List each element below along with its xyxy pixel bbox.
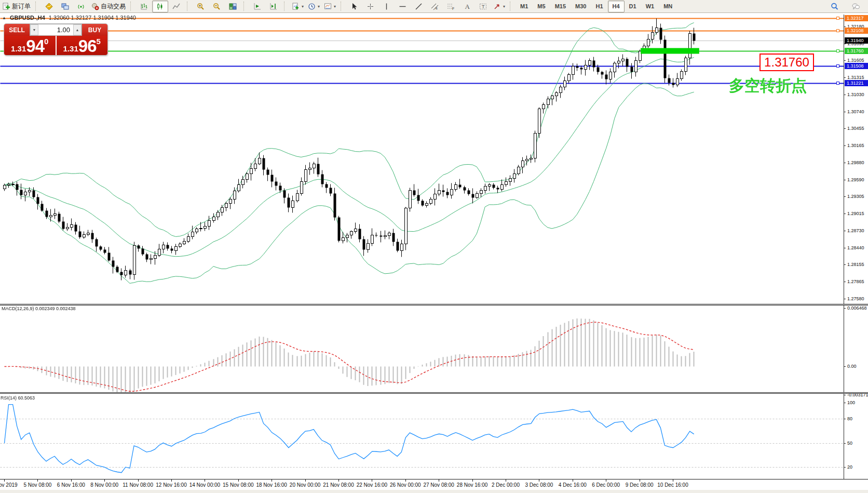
tiles-icon bbox=[229, 3, 237, 10]
panel-divider[interactable] bbox=[0, 304, 868, 305]
tf-m30-button[interactable]: M30 bbox=[571, 1, 591, 12]
date-label: 20 Nov 00:00 bbox=[290, 482, 321, 488]
robot-icon bbox=[91, 3, 99, 10]
chevron-down-icon: ▾ bbox=[334, 4, 336, 9]
periods-button[interactable]: ▾ bbox=[306, 1, 322, 12]
price-tick-label: 1.31605 bbox=[847, 58, 864, 63]
date-label: 14 Nov 00:00 bbox=[189, 482, 221, 488]
arrows-button[interactable]: ▾ bbox=[491, 1, 507, 12]
cursor-button[interactable] bbox=[346, 1, 362, 12]
vline-button[interactable] bbox=[378, 1, 395, 12]
tf-h4-button[interactable]: H4 bbox=[608, 1, 625, 12]
macd-tick-mark bbox=[844, 395, 846, 395]
price-badge: 1.31508 bbox=[845, 63, 868, 69]
toolbar-separator bbox=[130, 2, 134, 11]
tf-m1-button[interactable]: M1 bbox=[516, 1, 533, 12]
one-click-collapse-toggle[interactable]: ▲ bbox=[2, 16, 6, 20]
volume-input[interactable] bbox=[38, 24, 73, 35]
macd-panel-canvas[interactable] bbox=[0, 305, 844, 392]
ask-point: 5 bbox=[97, 37, 101, 46]
toolbar-group bbox=[135, 0, 185, 12]
chevron-down-icon: ▾ bbox=[503, 4, 505, 9]
volume-decrease-button[interactable]: ▼ bbox=[30, 24, 38, 35]
price-tick-mark bbox=[844, 95, 846, 95]
time-axis-line bbox=[0, 479, 868, 479]
main-chart-canvas[interactable] bbox=[0, 15, 844, 304]
price-badge: 1.31221 bbox=[845, 80, 868, 86]
symbol-search-button[interactable] bbox=[826, 1, 843, 12]
toolbar-group: ▾▾▾ bbox=[289, 0, 338, 12]
new-order-icon bbox=[3, 3, 10, 10]
price-tick-label: 1.28730 bbox=[847, 228, 864, 233]
tf-w1-button[interactable]: W1 bbox=[641, 1, 659, 12]
bar-chart-button[interactable] bbox=[136, 1, 152, 12]
profiles-button[interactable] bbox=[57, 1, 73, 12]
trendline-icon bbox=[415, 3, 423, 10]
date-tick-mark bbox=[37, 479, 38, 482]
new-order-button-label: 新订单 bbox=[12, 2, 31, 11]
rsi-panel-canvas[interactable] bbox=[0, 394, 844, 479]
panel-divider[interactable] bbox=[0, 392, 868, 394]
new-chart-button[interactable] bbox=[41, 1, 57, 12]
chart-shift-button[interactable] bbox=[265, 1, 281, 12]
date-label: 18 Nov 16:00 bbox=[256, 482, 287, 488]
rsi-label: RSI(14) 60.5063 bbox=[1, 395, 35, 401]
tf-m5-button[interactable]: M5 bbox=[533, 1, 550, 12]
svg-text:A: A bbox=[465, 3, 470, 10]
trendline-button[interactable] bbox=[411, 1, 427, 12]
candlestick-chart-button[interactable] bbox=[152, 1, 168, 12]
toolbar-group: 新订单 bbox=[0, 0, 33, 12]
hline-button[interactable] bbox=[395, 1, 411, 12]
tf-d1-button[interactable]: D1 bbox=[625, 1, 641, 12]
toolbar-group: 自动交易 bbox=[40, 0, 128, 12]
new-order-button[interactable]: 新订单 bbox=[1, 1, 33, 12]
text-button[interactable]: A bbox=[459, 1, 475, 12]
price-tick-mark bbox=[844, 231, 846, 231]
date-label: 9 Dec 08:00 bbox=[626, 482, 654, 488]
tf-m15-button[interactable]: M15 bbox=[550, 1, 571, 12]
chart-window: ▲ GBPUSD-,H4 1.32060 1.32127 1.31904 1.3… bbox=[0, 13, 868, 493]
zoom-out-button[interactable] bbox=[209, 1, 225, 12]
tf-mn-button[interactable]: MN bbox=[659, 1, 677, 12]
date-label: 4 Dec 16:00 bbox=[559, 482, 587, 488]
candles-icon bbox=[156, 3, 164, 10]
date-tick-mark bbox=[71, 479, 72, 482]
chart-title: ▲ GBPUSD-,H4 1.32060 1.32127 1.31904 1.3… bbox=[2, 15, 136, 21]
toolbar-right-group bbox=[826, 1, 868, 12]
rsi-tick-mark bbox=[844, 467, 846, 468]
tf-h1-button[interactable]: H1 bbox=[591, 1, 607, 12]
channel-icon: E bbox=[431, 3, 439, 10]
crosshair-button[interactable] bbox=[362, 1, 378, 12]
date-label: 3 Dec 08:00 bbox=[525, 482, 553, 488]
label-button[interactable]: T bbox=[475, 1, 491, 12]
auto-scroll-icon bbox=[253, 3, 261, 10]
tile-windows-button[interactable] bbox=[225, 1, 241, 12]
fibonacci-button[interactable]: F bbox=[443, 1, 459, 12]
auto-scroll-button[interactable] bbox=[249, 1, 265, 12]
templates-button[interactable]: ▾ bbox=[322, 1, 338, 12]
buy-button[interactable]: BUY bbox=[82, 24, 107, 36]
signals-button[interactable] bbox=[73, 1, 89, 12]
chat-button[interactable] bbox=[848, 1, 864, 12]
date-tick-mark bbox=[673, 479, 673, 482]
date-tick-mark bbox=[238, 479, 239, 482]
price-axis[interactable]: 1.321801.318901.316051.313151.310301.307… bbox=[844, 15, 868, 479]
toolbar-separator bbox=[510, 2, 513, 11]
fibo-icon: F bbox=[447, 3, 455, 10]
channel-button[interactable]: E bbox=[427, 1, 443, 12]
volume-increase-button[interactable]: ▲ bbox=[73, 24, 82, 35]
text-a-icon: A bbox=[463, 3, 471, 10]
line-chart-button[interactable] bbox=[168, 1, 184, 12]
bid-price-display[interactable]: 1.31 94 0 bbox=[4, 36, 56, 55]
vline-icon bbox=[383, 3, 390, 10]
ask-price-display[interactable]: 1.31 96 5 bbox=[57, 36, 108, 55]
tf-h1-button-label: H1 bbox=[593, 3, 605, 9]
main-toolbar: 新订单自动交易▾▾▾EFAT▾M1M5M15M30H1H4D1W1MN bbox=[0, 0, 868, 13]
indicators-button[interactable]: ▾ bbox=[290, 1, 306, 12]
sell-button[interactable]: SELL bbox=[4, 24, 30, 36]
autotrading-button[interactable]: 自动交易 bbox=[89, 1, 128, 12]
price-tick-label: 1.30740 bbox=[847, 109, 864, 114]
price-badge: 1.31940 bbox=[845, 37, 868, 44]
date-tick-mark bbox=[606, 479, 606, 482]
zoom-in-button[interactable] bbox=[193, 1, 209, 12]
